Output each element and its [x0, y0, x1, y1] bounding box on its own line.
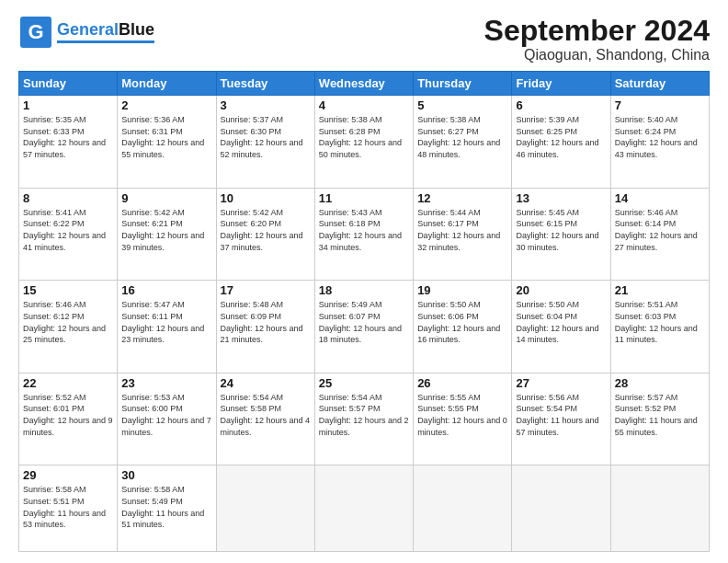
day-info: Sunrise: 5:58 AM Sunset: 5:49 PM Dayligh…	[121, 484, 211, 530]
day-number: 9	[121, 191, 211, 205]
calendar-cell: 6 Sunrise: 5:39 AM Sunset: 6:25 PM Dayli…	[512, 96, 610, 189]
day-info: Sunrise: 5:51 AM Sunset: 6:03 PM Dayligh…	[615, 299, 705, 345]
day-info: Sunrise: 5:52 AM Sunset: 6:01 PM Dayligh…	[23, 392, 113, 438]
calendar-week-3: 15 Sunrise: 5:46 AM Sunset: 6:12 PM Dayl…	[19, 281, 710, 373]
day-number: 27	[516, 376, 606, 390]
day-info: Sunrise: 5:41 AM Sunset: 6:22 PM Dayligh…	[23, 207, 113, 253]
day-info: Sunrise: 5:44 AM Sunset: 6:17 PM Dayligh…	[417, 207, 507, 253]
day-info: Sunrise: 5:37 AM Sunset: 6:30 PM Dayligh…	[221, 114, 311, 160]
day-number: 5	[417, 98, 507, 112]
col-saturday: Saturday	[610, 72, 709, 96]
day-number: 24	[221, 376, 311, 390]
calendar-cell: 17 Sunrise: 5:48 AM Sunset: 6:09 PM Dayl…	[216, 281, 314, 373]
calendar-week-4: 22 Sunrise: 5:52 AM Sunset: 6:01 PM Dayl…	[19, 373, 710, 465]
calendar-cell: 5 Sunrise: 5:38 AM Sunset: 6:27 PM Dayli…	[414, 96, 512, 189]
day-info: Sunrise: 5:43 AM Sunset: 6:18 PM Dayligh…	[319, 207, 409, 253]
calendar-cell	[512, 465, 610, 552]
day-number: 19	[417, 283, 507, 297]
calendar-cell: 29 Sunrise: 5:58 AM Sunset: 5:51 PM Dayl…	[19, 465, 118, 552]
month-title: September 2024	[484, 15, 710, 47]
calendar-week-2: 8 Sunrise: 5:41 AM Sunset: 6:22 PM Dayli…	[19, 188, 710, 281]
calendar-table: Sunday Monday Tuesday Wednesday Thursday…	[18, 71, 710, 552]
day-info: Sunrise: 5:55 AM Sunset: 5:55 PM Dayligh…	[417, 392, 507, 438]
day-info: Sunrise: 5:35 AM Sunset: 6:33 PM Dayligh…	[23, 114, 113, 160]
day-info: Sunrise: 5:49 AM Sunset: 6:07 PM Dayligh…	[319, 299, 409, 345]
day-info: Sunrise: 5:45 AM Sunset: 6:15 PM Dayligh…	[516, 207, 606, 253]
day-info: Sunrise: 5:53 AM Sunset: 6:00 PM Dayligh…	[121, 392, 211, 438]
day-info: Sunrise: 5:38 AM Sunset: 6:28 PM Dayligh…	[319, 114, 409, 160]
col-thursday: Thursday	[414, 72, 512, 96]
calendar-cell: 8 Sunrise: 5:41 AM Sunset: 6:22 PM Dayli…	[19, 188, 118, 281]
calendar-cell: 20 Sunrise: 5:50 AM Sunset: 6:04 PM Dayl…	[512, 281, 610, 373]
day-info: Sunrise: 5:54 AM Sunset: 5:57 PM Dayligh…	[319, 392, 409, 438]
day-info: Sunrise: 5:40 AM Sunset: 6:24 PM Dayligh…	[615, 114, 705, 160]
calendar-cell: 30 Sunrise: 5:58 AM Sunset: 5:49 PM Dayl…	[118, 465, 216, 552]
title-block: September 2024 Qiaoguan, Shandong, China	[484, 15, 710, 63]
col-tuesday: Tuesday	[216, 72, 314, 96]
logo-icon: G	[18, 15, 53, 50]
day-number: 11	[319, 191, 409, 205]
calendar-cell: 11 Sunrise: 5:43 AM Sunset: 6:18 PM Dayl…	[314, 188, 413, 281]
calendar-cell: 10 Sunrise: 5:42 AM Sunset: 6:20 PM Dayl…	[216, 188, 314, 281]
calendar-week-1: 1 Sunrise: 5:35 AM Sunset: 6:33 PM Dayli…	[19, 96, 710, 189]
calendar-cell: 9 Sunrise: 5:42 AM Sunset: 6:21 PM Dayli…	[118, 188, 216, 281]
day-info: Sunrise: 5:42 AM Sunset: 6:21 PM Dayligh…	[121, 207, 211, 253]
day-number: 7	[615, 98, 705, 112]
calendar-cell: 13 Sunrise: 5:45 AM Sunset: 6:15 PM Dayl…	[512, 188, 610, 281]
day-number: 17	[221, 283, 311, 297]
day-number: 21	[615, 283, 705, 297]
calendar-cell: 21 Sunrise: 5:51 AM Sunset: 6:03 PM Dayl…	[610, 281, 709, 373]
day-number: 4	[319, 98, 409, 112]
day-info: Sunrise: 5:38 AM Sunset: 6:27 PM Dayligh…	[417, 114, 507, 160]
day-info: Sunrise: 5:39 AM Sunset: 6:25 PM Dayligh…	[516, 114, 606, 160]
calendar-cell: 1 Sunrise: 5:35 AM Sunset: 6:33 PM Dayli…	[19, 96, 118, 189]
day-number: 3	[221, 98, 311, 112]
calendar-cell: 12 Sunrise: 5:44 AM Sunset: 6:17 PM Dayl…	[414, 188, 512, 281]
day-number: 14	[615, 191, 705, 205]
day-info: Sunrise: 5:57 AM Sunset: 5:52 PM Dayligh…	[615, 392, 705, 438]
calendar-cell: 15 Sunrise: 5:46 AM Sunset: 6:12 PM Dayl…	[19, 281, 118, 373]
calendar-cell: 4 Sunrise: 5:38 AM Sunset: 6:28 PM Dayli…	[314, 96, 413, 189]
col-wednesday: Wednesday	[314, 72, 413, 96]
day-info: Sunrise: 5:50 AM Sunset: 6:04 PM Dayligh…	[516, 299, 606, 345]
calendar-cell	[216, 465, 314, 552]
calendar-cell: 26 Sunrise: 5:55 AM Sunset: 5:55 PM Dayl…	[414, 373, 512, 465]
day-number: 23	[121, 376, 211, 390]
day-number: 25	[319, 376, 409, 390]
calendar-cell: 18 Sunrise: 5:49 AM Sunset: 6:07 PM Dayl…	[314, 281, 413, 373]
day-number: 12	[417, 191, 507, 205]
logo-bar	[57, 40, 154, 43]
col-friday: Friday	[512, 72, 610, 96]
day-number: 10	[221, 191, 311, 205]
day-number: 2	[121, 98, 211, 112]
col-monday: Monday	[118, 72, 216, 96]
day-info: Sunrise: 5:36 AM Sunset: 6:31 PM Dayligh…	[121, 114, 211, 160]
location: Qiaoguan, Shandong, China	[484, 47, 710, 63]
header: G GeneralBlue September 2024 Qiaoguan, S…	[18, 15, 710, 63]
calendar-cell: 24 Sunrise: 5:54 AM Sunset: 5:58 PM Dayl…	[216, 373, 314, 465]
logo: G GeneralBlue	[18, 15, 154, 50]
svg-text:G: G	[28, 20, 43, 43]
calendar-cell: 16 Sunrise: 5:47 AM Sunset: 6:11 PM Dayl…	[118, 281, 216, 373]
calendar-cell: 27 Sunrise: 5:56 AM Sunset: 5:54 PM Dayl…	[512, 373, 610, 465]
day-number: 28	[615, 376, 705, 390]
day-number: 20	[516, 283, 606, 297]
day-number: 6	[516, 98, 606, 112]
day-number: 18	[319, 283, 409, 297]
calendar-header-row: Sunday Monday Tuesday Wednesday Thursday…	[19, 72, 710, 96]
day-number: 29	[23, 468, 113, 482]
calendar-cell	[610, 465, 709, 552]
calendar-cell	[414, 465, 512, 552]
day-info: Sunrise: 5:54 AM Sunset: 5:58 PM Dayligh…	[221, 392, 311, 438]
calendar-cell: 3 Sunrise: 5:37 AM Sunset: 6:30 PM Dayli…	[216, 96, 314, 189]
day-number: 30	[121, 468, 211, 482]
calendar-cell: 22 Sunrise: 5:52 AM Sunset: 6:01 PM Dayl…	[19, 373, 118, 465]
day-number: 8	[23, 191, 113, 205]
calendar-cell: 14 Sunrise: 5:46 AM Sunset: 6:14 PM Dayl…	[610, 188, 709, 281]
day-info: Sunrise: 5:48 AM Sunset: 6:09 PM Dayligh…	[221, 299, 311, 345]
day-info: Sunrise: 5:58 AM Sunset: 5:51 PM Dayligh…	[23, 484, 113, 530]
calendar-cell: 7 Sunrise: 5:40 AM Sunset: 6:24 PM Dayli…	[610, 96, 709, 189]
day-info: Sunrise: 5:46 AM Sunset: 6:12 PM Dayligh…	[23, 299, 113, 345]
day-number: 13	[516, 191, 606, 205]
day-info: Sunrise: 5:46 AM Sunset: 6:14 PM Dayligh…	[615, 207, 705, 253]
